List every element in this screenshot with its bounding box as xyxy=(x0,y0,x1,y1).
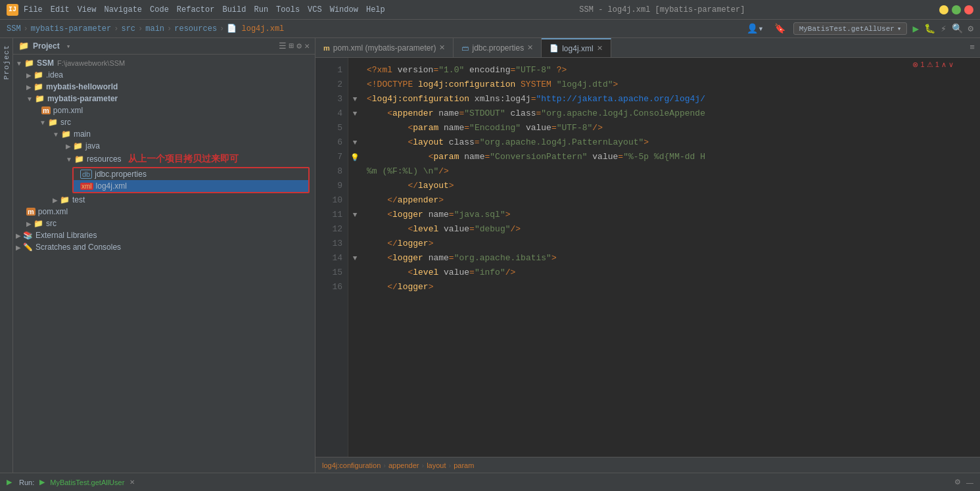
tree-item-ext-libs[interactable]: ▶ 📚 External Libraries xyxy=(13,229,315,241)
status-dash-icon[interactable]: — xyxy=(966,479,973,486)
tree-item-mybatis-parameter[interactable]: ▼ 📁 mybatis-parameter xyxy=(13,93,315,105)
folder-icon-helloworld: 📁 xyxy=(34,82,43,91)
bc-sep4: › xyxy=(167,24,172,34)
run-config-selector[interactable]: MyBatisTest.getAllUser ▾ xyxy=(793,22,908,35)
menu-run[interactable]: Run xyxy=(254,5,268,14)
tree-item-log4j[interactable]: xml log4j.xml xyxy=(74,180,308,192)
tab-overflow-icon[interactable]: ≡ xyxy=(969,43,975,53)
bc-mybatis-parameter[interactable]: mybatis-parameter xyxy=(31,24,111,34)
tree-item-resources1[interactable]: ▼ 📁 resources 从上一个项目拷贝过来即可 xyxy=(13,152,315,166)
menu-bar[interactable]: File Edit View Navigate Code Refactor Bu… xyxy=(24,5,385,14)
settings-icon[interactable]: ⚙ xyxy=(296,41,302,51)
gutter-4[interactable]: ▼ xyxy=(350,106,360,121)
bc-resources[interactable]: resources xyxy=(174,24,217,34)
code-line-10: </appender> xyxy=(367,193,980,208)
arrow-test1: ▶ xyxy=(53,197,58,204)
status-settings-icon[interactable]: ⚙ xyxy=(954,478,961,486)
gutter-11[interactable]: ▼ xyxy=(350,208,360,222)
ln-2: 2 xyxy=(315,78,342,92)
menu-navigate[interactable]: Navigate xyxy=(104,5,142,14)
settings-icon[interactable]: ⚙ xyxy=(968,23,973,34)
label-scratches: Scratches and Consoles xyxy=(35,243,121,252)
minimize-button[interactable] xyxy=(939,5,948,14)
panel-folder-icon: 📁 xyxy=(18,41,29,51)
ln-12: 12 xyxy=(315,222,342,237)
menu-edit[interactable]: Edit xyxy=(51,5,70,14)
tree-item-src1[interactable]: ▼ 📁 src xyxy=(13,116,315,128)
bc-main[interactable]: main xyxy=(145,24,164,34)
window-controls[interactable] xyxy=(939,5,973,14)
menu-window[interactable]: Window xyxy=(330,5,358,14)
breadcrumb-bar: SSM › mybatis-parameter › src › main › r… xyxy=(0,20,980,38)
close-button[interactable] xyxy=(964,5,973,14)
tree-item-idea[interactable]: ▶ 📁 .idea xyxy=(13,69,315,81)
menu-code[interactable]: Code xyxy=(150,5,169,14)
highlighted-files-box: db jdbc.properties xml log4j.xml xyxy=(72,167,310,193)
ln-7: 7 xyxy=(315,150,342,164)
close-panel-icon[interactable]: ✕ xyxy=(304,41,310,51)
project-tree[interactable]: ▼ 📁 SSM F:\javawebwork\SSM ▶ 📁 .idea ▶ 📁… xyxy=(13,55,315,473)
code-editor[interactable]: ⊗ 1 ⚠ 1 ∧ ∨ 1 2 3 4 5 6 7 8 9 10 11 12 1… xyxy=(315,58,980,457)
menu-view[interactable]: View xyxy=(78,5,97,14)
search-button[interactable]: 🔍 xyxy=(952,23,963,34)
ebc-log4j[interactable]: log4j:configuration xyxy=(322,461,381,469)
menu-help[interactable]: Help xyxy=(366,5,385,14)
ebc-layout[interactable]: layout xyxy=(427,461,446,469)
menu-tools[interactable]: Tools xyxy=(276,5,300,14)
tree-item-scratches[interactable]: ▶ ✏️ Scratches and Consoles xyxy=(13,241,315,253)
tab-close-log4j[interactable]: ✕ xyxy=(597,44,603,53)
gutter-14[interactable]: ▼ xyxy=(350,251,360,266)
sidebar-vertical-tab[interactable]: Project xyxy=(0,38,13,473)
menu-vcs[interactable]: VCS xyxy=(308,5,322,14)
tree-item-pom1[interactable]: m pom.xml xyxy=(13,105,315,116)
tree-item-jdbc[interactable]: db jdbc.properties xyxy=(74,168,308,180)
tab-close-pom[interactable]: ✕ xyxy=(439,43,445,52)
ln-13: 13 xyxy=(315,237,342,251)
menu-refactor[interactable]: Refactor xyxy=(177,5,215,14)
tree-item-mybatis-helloworld[interactable]: ▶ 📁 mybatis-helloworld xyxy=(13,81,315,93)
code-line-11: <logger name="java.sql"> xyxy=(367,208,980,222)
panel-dropdown-icon[interactable]: ▾ xyxy=(66,42,71,51)
gutter-6[interactable]: ▼ xyxy=(350,135,360,150)
tab-close-jdbc[interactable]: ✕ xyxy=(527,43,533,52)
tab-log4j[interactable]: 📄 log4j.xml ✕ xyxy=(542,38,611,57)
arrow-src2: ▶ xyxy=(26,220,32,227)
tree-item-src2[interactable]: ▶ 📁 src xyxy=(13,218,315,229)
arrow-java1: ▶ xyxy=(66,143,71,150)
tree-item-ssm[interactable]: ▼ 📁 SSM F:\javawebwork\SSM xyxy=(13,57,315,69)
maximize-button[interactable] xyxy=(952,5,961,14)
code-content[interactable]: <?xml version="1.0" encoding="UTF-8" ?> … xyxy=(362,58,980,457)
annotation-text: 从上一个项目拷贝过来即可 xyxy=(128,153,239,165)
maven-icon-pom1: m xyxy=(41,106,51,114)
bc-src[interactable]: src xyxy=(121,24,135,34)
coverage-button[interactable]: ⚡ xyxy=(941,23,946,34)
tree-item-pom2[interactable]: m pom.xml xyxy=(13,206,315,218)
tab-pom[interactable]: m pom.xml (mybatis-parameter) ✕ xyxy=(315,38,454,57)
bc-ssm[interactable]: SSM xyxy=(7,24,21,34)
scroll-to-source-icon[interactable]: ⊞ xyxy=(289,41,294,51)
bookmark-icon[interactable]: 🔖 xyxy=(772,22,788,35)
tree-item-java1[interactable]: ▶ 📁 java xyxy=(13,140,315,152)
menu-file[interactable]: File xyxy=(24,5,43,14)
window-title: SSM - log4j.xml [mybatis-parameter] xyxy=(385,5,939,14)
arrow-idea: ▶ xyxy=(26,72,32,79)
debug-button[interactable]: 🐛 xyxy=(924,23,935,34)
panel-header: 📁 Project ▾ ☰ ⊞ ⚙ ✕ xyxy=(13,38,315,55)
app-icon: IJ xyxy=(7,4,18,16)
editor-breadcrumb: log4j:configuration › appender › layout … xyxy=(315,457,980,473)
ebc-param[interactable]: param xyxy=(454,461,474,469)
menu-build[interactable]: Build xyxy=(222,5,246,14)
run-button[interactable]: ▶ xyxy=(912,22,919,35)
ebc-appender[interactable]: appender xyxy=(388,461,419,469)
tree-item-test1[interactable]: ▶ 📁 test xyxy=(13,194,315,206)
status-close-icon[interactable]: ✕ xyxy=(129,479,135,486)
collapse-all-icon[interactable]: ☰ xyxy=(279,41,287,51)
tree-item-main1[interactable]: ▼ 📁 main xyxy=(13,128,315,140)
editor-area: m pom.xml (mybatis-parameter) ✕ 🗃 jdbc.p… xyxy=(315,38,980,473)
gutter-2 xyxy=(350,78,360,92)
tab-jdbc[interactable]: 🗃 jdbc.properties ✕ xyxy=(454,38,542,57)
status-run-label: Run: xyxy=(19,479,34,486)
ln-6: 6 xyxy=(315,135,342,150)
gutter-3[interactable]: ▼ xyxy=(350,92,360,106)
profile-icon[interactable]: 👤▾ xyxy=(744,22,766,35)
